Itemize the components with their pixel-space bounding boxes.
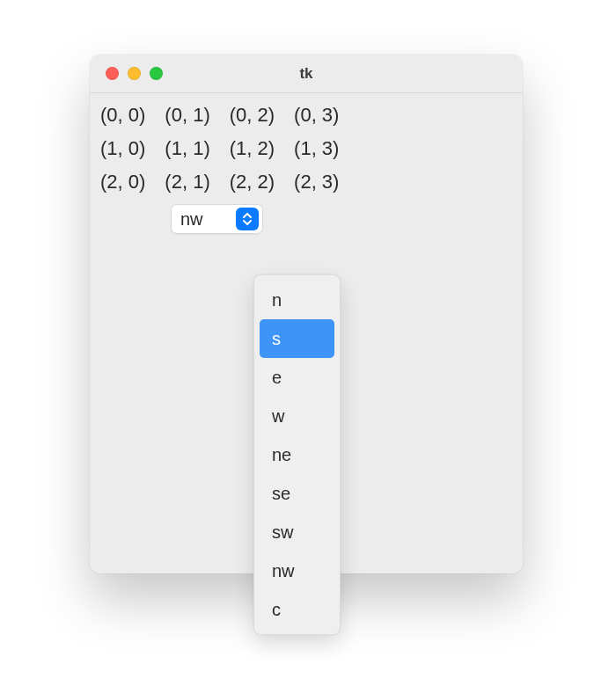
- combobox-value: nw: [172, 209, 236, 230]
- zoom-button[interactable]: [150, 67, 163, 80]
- grid-cell: (0, 0): [100, 104, 145, 127]
- traffic-lights: [90, 55, 163, 92]
- grid-cell: (1, 0): [100, 137, 145, 160]
- window-content: (0, 0) (0, 1) (0, 2) (0, 3) (1, 0) (1, 1…: [90, 93, 523, 245]
- close-button[interactable]: [106, 67, 119, 80]
- grid-cell: (1, 2): [230, 137, 275, 160]
- combobox-option-n[interactable]: n: [260, 281, 334, 319]
- chevron-down-icon: [242, 219, 253, 226]
- combobox-option-c[interactable]: c: [260, 590, 334, 629]
- chevron-up-icon: [242, 212, 253, 219]
- titlebar[interactable]: tk: [90, 55, 523, 93]
- minimize-button[interactable]: [128, 67, 141, 80]
- combobox-option-sw[interactable]: sw: [260, 513, 334, 551]
- grid-cell: (2, 0): [100, 171, 145, 193]
- grid-cell: (0, 2): [230, 104, 275, 127]
- combobox-dropdown[interactable]: n s e w ne se sw nw c: [253, 274, 341, 635]
- grid-cell: (1, 1): [165, 137, 209, 160]
- app-window: tk (0, 0) (0, 1) (0, 2) (0, 3) (1, 0) (1…: [90, 55, 523, 573]
- grid-cell: (1, 3): [294, 137, 339, 160]
- grid-cell: (2, 1): [165, 171, 209, 193]
- grid: (0, 0) (0, 1) (0, 2) (0, 3) (1, 0) (1, 1…: [100, 104, 512, 193]
- combobox-option-s[interactable]: s: [260, 319, 334, 358]
- direction-combobox[interactable]: nw: [171, 204, 263, 234]
- combobox-stepper[interactable]: [236, 208, 259, 230]
- grid-cell: (0, 1): [165, 104, 209, 127]
- grid-cell: (2, 2): [230, 171, 275, 193]
- combobox-option-nw[interactable]: nw: [260, 551, 334, 590]
- combobox-option-se[interactable]: se: [260, 474, 334, 513]
- combobox-option-w[interactable]: w: [260, 397, 334, 435]
- combobox-option-e[interactable]: e: [260, 358, 334, 397]
- combobox-option-ne[interactable]: ne: [260, 435, 334, 474]
- combobox-row: nw: [100, 204, 512, 234]
- grid-cell: (2, 3): [294, 171, 339, 193]
- grid-cell: (0, 3): [294, 104, 339, 127]
